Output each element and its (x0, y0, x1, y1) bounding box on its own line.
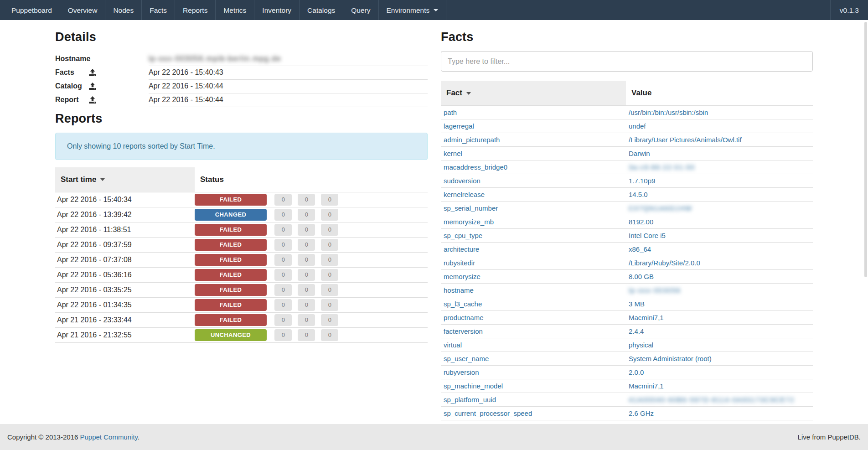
report-start-time[interactable]: Apr 21 2016 - 23:33:44 (55, 312, 195, 327)
report-start-time[interactable]: Apr 22 2016 - 09:37:59 (55, 237, 195, 252)
count-badge: 0 (298, 329, 315, 341)
fact-name-link[interactable]: memorysize (444, 273, 480, 280)
fact-name-link[interactable]: admin_picturepath (444, 136, 500, 144)
details-row: Hostname lp-osx-003056.mpib-berlin.mpg.d… (55, 52, 428, 66)
fact-value: 3a:c9:86:22:01:00 (629, 163, 695, 171)
count-badge: 0 (298, 224, 315, 236)
fact-name-link[interactable]: architecture (444, 245, 479, 253)
fact-name-link[interactable]: rubyversion (444, 368, 479, 376)
count-badge: 0 (321, 314, 338, 326)
nav-item-metrics[interactable]: Metrics (216, 0, 254, 20)
fact-name-link[interactable]: path (444, 109, 457, 116)
report-row: Apr 21 2016 - 21:32:55 UNCHANGED 000 (55, 327, 428, 342)
report-row: Apr 21 2016 - 23:33:44 FAILED 000 (55, 312, 428, 327)
count-badge: 0 (298, 299, 315, 311)
fact-name-link[interactable]: productname (444, 314, 484, 321)
fact-name-link[interactable]: sp_current_processor_speed (444, 409, 532, 417)
column-header-start-time[interactable]: Start time (55, 167, 195, 192)
fact-name-link[interactable]: sp_platform_uuid (444, 396, 496, 403)
report-start-time[interactable]: Apr 22 2016 - 07:37:08 (55, 252, 195, 267)
details-label: Facts (55, 68, 74, 76)
status-badge: FAILED (195, 239, 267, 251)
fact-row: sudoversion 1.7.10p9 (441, 174, 813, 188)
fact-name-link[interactable]: macaddress_bridge0 (444, 163, 507, 171)
facts-filter-input[interactable] (441, 51, 813, 72)
fact-name-link[interactable]: sp_serial_number (444, 204, 498, 212)
upload-icon[interactable] (89, 69, 96, 76)
nav-item-reports[interactable]: Reports (175, 0, 216, 20)
fact-value: /usr/bin:/bin:/usr/sbin:/sbin (629, 109, 708, 116)
puppet-community-link[interactable]: Puppet Community (80, 433, 138, 441)
report-start-time[interactable]: Apr 22 2016 - 11:38:51 (55, 222, 195, 237)
report-row: Apr 22 2016 - 09:37:59 FAILED 000 (55, 237, 428, 252)
nav-item-catalogs[interactable]: Catalogs (300, 0, 343, 20)
count-badge: 0 (321, 194, 338, 206)
facts-heading: Facts (441, 30, 813, 44)
fact-name-link[interactable]: sp_cpu_type (444, 232, 482, 239)
fact-value: Macmini7,1 (629, 382, 664, 390)
report-start-time[interactable]: Apr 22 2016 - 15:40:34 (55, 192, 195, 207)
report-start-time[interactable]: Apr 22 2016 - 01:34:35 (55, 297, 195, 312)
fact-row: rubyversion 2.0.0 (441, 366, 813, 379)
fact-row: virtual physical (441, 338, 813, 352)
report-start-time[interactable]: Apr 22 2016 - 13:39:42 (55, 207, 195, 222)
status-badge: FAILED (195, 194, 267, 206)
scrollbar-thumb[interactable] (864, 22, 867, 277)
footer-status: Live from PuppetDB. (798, 433, 861, 441)
fact-row: sp_machine_model Macmini7,1 (441, 379, 813, 393)
count-badge: 0 (274, 239, 292, 251)
details-value: lp-osx-003056.mpib-berlin.mpg.de (149, 55, 281, 62)
fact-name-link[interactable]: sp_user_name (444, 355, 489, 362)
count-badge: 0 (298, 254, 315, 266)
nav-item-nodes[interactable]: Nodes (105, 0, 142, 20)
upload-icon[interactable] (89, 83, 96, 90)
column-header-status[interactable]: Status (195, 167, 428, 192)
nav-dropdown-environments[interactable]: Environments (379, 0, 447, 20)
fact-row: path /usr/bin:/bin:/usr/sbin:/sbin (441, 106, 813, 119)
nav-item-overview[interactable]: Overview (60, 0, 106, 20)
fact-name-link[interactable]: sp_machine_model (444, 382, 503, 390)
fact-row: hostname lp-osx-003056 (441, 284, 813, 297)
count-badge: 0 (274, 224, 292, 236)
fact-row: rubysitedir /Library/Ruby/Site/2.0.0 (441, 256, 813, 270)
count-badge: 0 (298, 239, 315, 251)
fact-value: 2.4.4 (629, 327, 644, 335)
report-start-time[interactable]: Apr 22 2016 - 03:35:25 (55, 282, 195, 297)
nav-item-facts[interactable]: Facts (142, 0, 175, 20)
details-table: Hostname lp-osx-003056.mpib-berlin.mpg.d… (55, 52, 428, 107)
count-badge: 0 (274, 284, 292, 296)
fact-value: undef (629, 122, 646, 130)
fact-name-link[interactable]: sp_l3_cache (444, 300, 482, 308)
fact-name-link[interactable]: lagerregal (444, 122, 474, 130)
column-header-value[interactable]: Value (626, 81, 813, 106)
fact-row: architecture x86_64 (441, 243, 813, 256)
fact-name-link[interactable]: hostname (444, 286, 474, 294)
fact-name-link[interactable]: virtual (444, 341, 462, 349)
count-badge: 0 (298, 284, 315, 296)
details-value: Apr 22 2016 - 15:40:44 (149, 96, 223, 103)
count-badge: 0 (298, 209, 315, 221)
fact-row: memorysize_mb 8192.00 (441, 215, 813, 229)
fact-value: 14.5.0 (629, 191, 648, 198)
fact-name-link[interactable]: memorysize_mb (444, 218, 494, 226)
navbar-brand[interactable]: Puppetboard (4, 0, 60, 20)
status-badge: FAILED (195, 299, 267, 311)
count-badge: 0 (274, 329, 292, 341)
column-header-fact[interactable]: Fact (441, 81, 626, 106)
count-badge: 0 (274, 269, 292, 281)
report-start-time[interactable]: Apr 21 2016 - 21:32:55 (55, 327, 195, 342)
sort-caret-icon (466, 92, 471, 95)
fact-name-link[interactable]: rubysitedir (444, 259, 475, 267)
fact-name-link[interactable]: sudoversion (444, 177, 480, 185)
nav-item-inventory[interactable]: Inventory (254, 0, 300, 20)
fact-name-link[interactable]: facterversion (444, 327, 483, 335)
report-start-time[interactable]: Apr 22 2016 - 05:36:16 (55, 267, 195, 282)
fact-name-link[interactable]: kernel (444, 150, 462, 157)
nav-item-query[interactable]: Query (343, 0, 378, 20)
fact-name-link[interactable]: kernelrelease (444, 191, 485, 198)
fact-row: kernel Darwin (441, 147, 813, 160)
fact-row: sp_l3_cache 3 MB (441, 297, 813, 311)
count-badge: 0 (321, 254, 338, 266)
upload-icon[interactable] (89, 96, 96, 103)
fact-row: sp_current_processor_speed 2.6 GHz (441, 407, 813, 420)
